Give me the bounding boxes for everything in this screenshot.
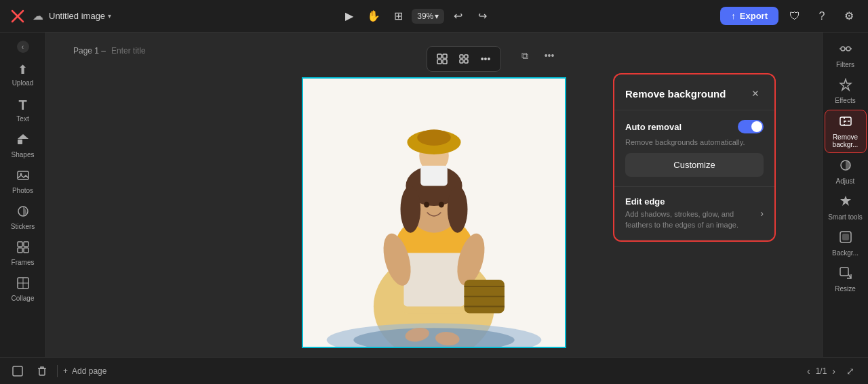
page-title-input[interactable] xyxy=(111,46,213,56)
svg-rect-16 xyxy=(437,60,441,64)
collage-icon xyxy=(17,277,29,293)
add-page-icon: + xyxy=(63,366,68,376)
svg-rect-4 xyxy=(18,171,28,179)
sidebar-item-collage[interactable]: Collage xyxy=(3,273,43,306)
export-icon: ↑ xyxy=(731,11,736,21)
svg-rect-62 xyxy=(13,366,22,376)
adjust-label: Adjust xyxy=(836,177,855,185)
settings-icon[interactable]: ⚙ xyxy=(838,5,860,27)
sidebar-collapse-button[interactable]: ‹ xyxy=(17,41,29,53)
svg-rect-19 xyxy=(465,55,468,58)
svg-point-46 xyxy=(439,202,444,208)
page-thumbnail-button[interactable] xyxy=(8,362,27,381)
undo-button[interactable]: ↩ xyxy=(447,5,469,27)
grid-view-button[interactable]: ⊞ xyxy=(387,5,409,27)
smart-tools-icon xyxy=(839,194,852,211)
remove-bg-label: Remove backgr... xyxy=(828,133,863,148)
panel-title: Remove background xyxy=(625,88,726,100)
effects-icon xyxy=(839,78,852,95)
topbar-right-controls: ↑ Export 🛡 ? ⚙ xyxy=(720,5,860,27)
sidebar-item-shapes[interactable]: Shapes xyxy=(3,129,43,163)
remove-bg-icon xyxy=(839,114,852,131)
zoom-control[interactable]: 39% ▾ xyxy=(412,9,444,24)
play-button[interactable]: ▶ xyxy=(338,5,360,27)
svg-marker-57 xyxy=(840,196,851,206)
resize-label: Resize xyxy=(835,285,856,293)
canvas-wrapper xyxy=(302,77,566,348)
sidebar-item-remove-bg[interactable]: Remove backgr... xyxy=(825,110,867,153)
help-icon[interactable]: ? xyxy=(811,5,833,27)
svg-rect-34 xyxy=(420,166,448,186)
delete-page-button[interactable] xyxy=(33,362,52,381)
canvas-toolbar: ••• xyxy=(427,46,501,72)
sidebar-item-text[interactable]: T Text xyxy=(3,93,43,127)
shapes-icon xyxy=(17,133,29,149)
sidebar-item-filters[interactable]: Filters xyxy=(825,38,867,72)
add-page-button[interactable]: + Add page xyxy=(63,366,106,376)
main-content: ‹ ⬆ Upload T Text Shapes Photos Stickers xyxy=(0,33,868,357)
page-counter: 1/1 xyxy=(816,366,827,376)
page-more-button[interactable]: ••• xyxy=(540,46,559,65)
next-page-button[interactable]: › xyxy=(832,366,835,377)
close-icon: ✕ xyxy=(751,88,760,99)
auto-removal-desc: Remove backgrounds automatically. xyxy=(625,137,764,148)
cloud-icon: ☁ xyxy=(33,9,43,22)
svg-rect-26 xyxy=(403,253,464,306)
svg-point-45 xyxy=(424,202,429,208)
topbar: ☁ Untitled image ▾ ▶ ✋ ⊞ 39% ▾ ↩ ↪ ↑ Exp… xyxy=(0,0,868,33)
svg-point-33 xyxy=(417,129,450,146)
auto-removal-section: Auto removal Remove backgrounds automati… xyxy=(614,110,774,187)
svg-rect-59 xyxy=(842,234,849,240)
remove-background-panel: Remove background ✕ Auto removal Remove … xyxy=(613,73,776,242)
arrange-button[interactable] xyxy=(454,49,473,68)
page-navigation: ‹ 1/1 › xyxy=(807,366,835,377)
svg-point-48 xyxy=(846,47,850,51)
svg-rect-15 xyxy=(443,54,447,58)
shield-icon[interactable]: 🛡 xyxy=(784,5,806,27)
title-chevron-icon: ▾ xyxy=(108,12,111,20)
effects-label: Effects xyxy=(835,97,855,104)
svg-point-29 xyxy=(401,186,421,232)
more-options-button[interactable]: ••• xyxy=(476,49,495,68)
background-label: Backgr... xyxy=(832,249,859,257)
document-title[interactable]: Untitled image ▾ xyxy=(49,11,111,21)
svg-rect-14 xyxy=(437,54,441,58)
upload-icon: ⬆ xyxy=(18,62,28,77)
fullscreen-button[interactable]: ⤢ xyxy=(841,362,860,381)
customize-button[interactable]: Customize xyxy=(625,153,764,177)
canvas-image[interactable] xyxy=(302,77,566,348)
duplicate-page-button[interactable]: ⧉ xyxy=(515,46,534,65)
edit-edge-section[interactable]: Edit edge Add shadows, strokes, glow, an… xyxy=(614,187,774,240)
sidebar-item-frames[interactable]: Frames xyxy=(3,237,43,270)
sidebar-item-background[interactable]: Backgr... xyxy=(825,226,867,261)
right-sidebar: Filters Effects Remove backgr... Adjust xyxy=(822,33,868,357)
redo-button[interactable]: ↪ xyxy=(471,5,493,27)
svg-marker-3 xyxy=(18,134,28,139)
edit-edge-row[interactable]: Edit edge Add shadows, strokes, glow, an… xyxy=(625,196,764,230)
sidebar-item-effects[interactable]: Effects xyxy=(825,74,867,108)
svg-rect-2 xyxy=(18,140,22,144)
sidebar-item-resize[interactable]: Resize xyxy=(825,262,867,297)
sidebar-item-photos[interactable]: Photos xyxy=(3,165,43,198)
sidebar-item-adjust[interactable]: Adjust xyxy=(825,154,867,189)
panel-close-button[interactable]: ✕ xyxy=(747,85,764,102)
svg-rect-9 xyxy=(18,248,22,253)
auto-removal-toggle[interactable] xyxy=(738,120,764,133)
background-icon xyxy=(839,230,852,247)
edit-edge-desc: Add shadows, strokes, glow, and feathers… xyxy=(625,209,760,230)
grid-tool-button[interactable] xyxy=(433,49,452,68)
svg-rect-10 xyxy=(24,248,28,253)
resize-icon xyxy=(839,266,852,283)
svg-rect-7 xyxy=(18,242,22,247)
svg-rect-8 xyxy=(24,242,28,247)
export-button[interactable]: ↑ Export xyxy=(720,7,778,25)
hand-tool-button[interactable]: ✋ xyxy=(363,5,384,27)
sidebar-item-smart-tools[interactable]: Smart tools xyxy=(825,190,867,225)
app-logo[interactable] xyxy=(8,7,27,26)
sidebar-item-upload[interactable]: ⬆ Upload xyxy=(3,58,43,91)
filters-icon xyxy=(839,42,852,59)
svg-point-47 xyxy=(841,47,845,51)
prev-page-button[interactable]: ‹ xyxy=(807,366,810,377)
photos-icon xyxy=(17,169,29,185)
sidebar-item-stickers[interactable]: Stickers xyxy=(3,201,43,234)
